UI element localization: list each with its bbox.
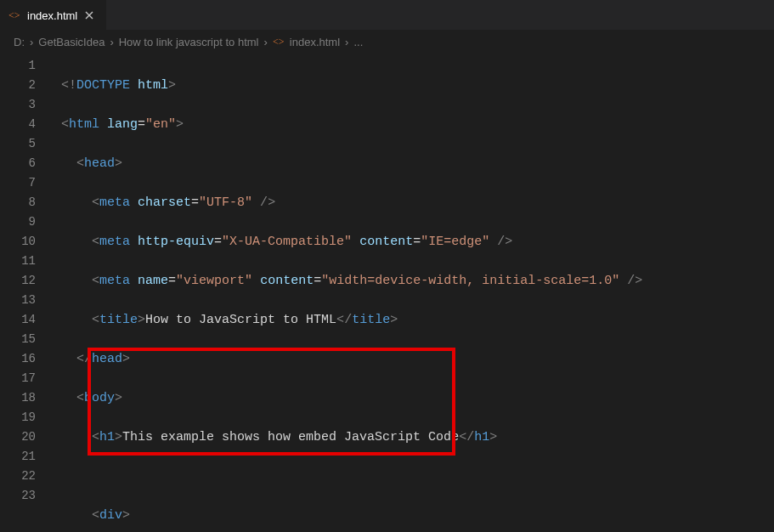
html-file-icon: <> bbox=[8, 8, 22, 22]
tab-label: index.html bbox=[27, 9, 77, 22]
code-line[interactable]: <div> bbox=[61, 506, 642, 525]
line-number: 11 bbox=[0, 252, 36, 271]
line-number: 2 bbox=[0, 76, 36, 95]
svg-text:<>: <> bbox=[273, 36, 285, 48]
line-number: 3 bbox=[0, 95, 36, 115]
code-content[interactable]: <!DOCTYPE html> <html lang="en"> <head> … bbox=[51, 53, 642, 532]
line-number: 10 bbox=[0, 232, 36, 252]
line-number: 18 bbox=[0, 388, 36, 408]
code-line[interactable]: <meta http-equiv="X-UA-Compatible" conte… bbox=[61, 232, 642, 252]
code-line[interactable]: <h1>This example shows how embed JavaScr… bbox=[61, 427, 642, 447]
code-line[interactable]: <head> bbox=[61, 154, 642, 173]
chevron-right-icon: › bbox=[263, 36, 267, 48]
code-line[interactable]: <meta charset="UTF-8" /> bbox=[61, 193, 642, 212]
line-number: 20 bbox=[0, 427, 36, 447]
code-line[interactable] bbox=[61, 467, 642, 486]
line-number-gutter: 1 2 3 4 5 6 7 8 9 10 11 12 13 14 15 16 1… bbox=[0, 53, 51, 532]
tab-index-html[interactable]: <> index.html bbox=[0, 0, 106, 30]
line-number: 9 bbox=[0, 212, 36, 232]
code-line[interactable]: <html lang="en"> bbox=[61, 115, 642, 134]
chevron-right-icon: › bbox=[345, 36, 348, 48]
code-line[interactable]: <!DOCTYPE html> bbox=[61, 76, 642, 95]
line-number: 1 bbox=[0, 56, 36, 76]
breadcrumb-folder-1[interactable]: GetBasicIdea bbox=[38, 36, 105, 48]
breadcrumb-more[interactable]: ... bbox=[353, 36, 363, 48]
code-line[interactable]: </head> bbox=[61, 349, 642, 369]
line-number: 13 bbox=[0, 291, 36, 310]
line-number: 17 bbox=[0, 369, 36, 388]
line-number: 8 bbox=[0, 193, 36, 212]
line-number: 16 bbox=[0, 349, 36, 369]
breadcrumb-folder-2[interactable]: How to link javascript to html bbox=[119, 36, 259, 48]
line-number: 21 bbox=[0, 447, 36, 467]
code-line[interactable]: <body> bbox=[61, 388, 642, 408]
line-number: 14 bbox=[0, 310, 36, 330]
line-number: 15 bbox=[0, 330, 36, 349]
breadcrumb: D: › GetBasicIdea › How to link javascri… bbox=[0, 31, 774, 53]
chevron-right-icon: › bbox=[30, 36, 33, 48]
tab-bar: <> index.html bbox=[0, 0, 774, 31]
close-icon[interactable] bbox=[82, 8, 96, 22]
line-number: 6 bbox=[0, 154, 36, 173]
html-file-icon: <> bbox=[273, 35, 286, 48]
line-number: 12 bbox=[0, 271, 36, 291]
breadcrumb-file[interactable]: index.html bbox=[290, 36, 340, 48]
line-number: 5 bbox=[0, 134, 36, 154]
code-line[interactable]: <meta name="viewport" content="width=dev… bbox=[61, 271, 642, 291]
breadcrumb-drive[interactable]: D: bbox=[14, 36, 25, 48]
code-editor[interactable]: 1 2 3 4 5 6 7 8 9 10 11 12 13 14 15 16 1… bbox=[0, 53, 774, 532]
line-number: 7 bbox=[0, 173, 36, 193]
svg-text:<>: <> bbox=[8, 9, 20, 21]
code-line[interactable]: <title>How to JavaScript to HTML</title> bbox=[61, 310, 642, 330]
line-number: 4 bbox=[0, 115, 36, 134]
line-number: 23 bbox=[0, 486, 36, 506]
line-number: 19 bbox=[0, 408, 36, 427]
chevron-right-icon: › bbox=[110, 36, 113, 48]
line-number: 22 bbox=[0, 467, 36, 486]
